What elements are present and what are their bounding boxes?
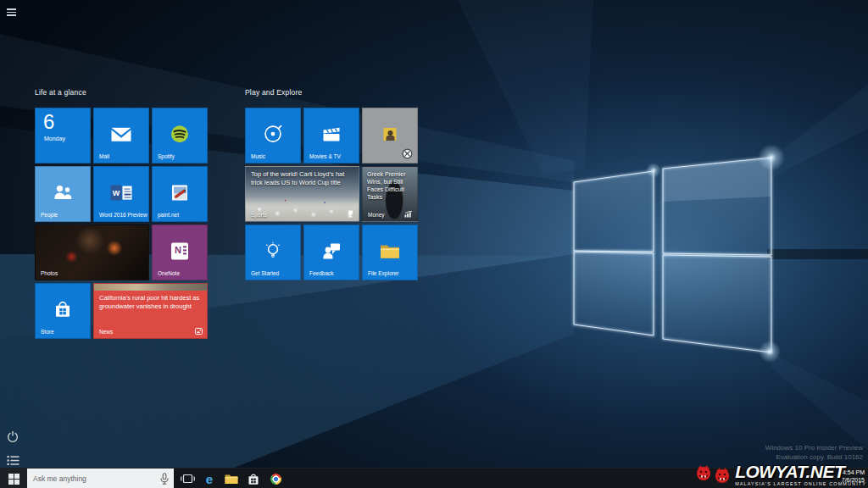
tile-label: paint.net: [158, 212, 179, 218]
money-headline: Greek Premier Wins, but Still Faces Diff…: [367, 170, 415, 201]
taskbar-edge-button[interactable]: e: [198, 469, 220, 488]
tile-movies-tv[interactable]: Movies & TV: [303, 108, 359, 164]
tile-label: Movies & TV: [309, 153, 341, 159]
tile-label: Music: [251, 153, 265, 159]
calendar-day: 6: [43, 110, 54, 134]
sports-headline: Top of the world! Carli Lloyd’s hat tric…: [251, 170, 354, 187]
chart-icon: [404, 211, 413, 218]
xbox-logo-icon: [402, 148, 413, 159]
tile-label: File Explorer: [368, 270, 398, 276]
tile-label: Spotify: [158, 153, 175, 159]
group-label-play: Play and Explore: [245, 88, 302, 97]
paintnet-icon: [172, 186, 187, 201]
start-menu-hamburger-icon[interactable]: [7, 8, 17, 16]
watermark-line2: Evaluation copy. Build 10162: [765, 453, 863, 463]
start-button[interactable]: [0, 469, 27, 488]
spotify-icon: [170, 125, 189, 143]
tile-label: Store: [41, 329, 54, 335]
tile-label: Word 2016 Preview: [99, 212, 147, 218]
power-icon: [7, 430, 19, 443]
power-button[interactable]: [7, 430, 19, 446]
tile-label: OneNote: [158, 270, 180, 276]
lightbulb-icon: [264, 241, 282, 260]
tile-label: News: [99, 329, 113, 335]
cortana-search-box[interactable]: [27, 469, 174, 488]
lowyat-brand-overlay: LOWYAT.NET MALAYSIA'S LARGEST ONLINE COM…: [695, 463, 866, 486]
tile-label: Sports: [251, 212, 267, 218]
news-media-icon: [195, 328, 203, 335]
taskbar-file-explorer-button[interactable]: [220, 469, 242, 488]
tile-calendar[interactable]: 6 Monday: [35, 108, 91, 164]
people-icon: [53, 185, 73, 201]
taskbar-store-button[interactable]: [242, 469, 264, 488]
tile-file-explorer[interactable]: File Explorer: [362, 225, 418, 280]
tile-get-started[interactable]: Get Started: [245, 225, 301, 280]
news-photo-strip: [94, 284, 207, 291]
evaluation-watermark: Windows 10 Pro Insider Preview Evaluatio…: [765, 444, 863, 463]
task-view-button[interactable]: [176, 469, 198, 488]
tile-label: Money: [368, 212, 385, 218]
tile-sports[interactable]: Top of the world! Carli Lloyd’s hat tric…: [245, 166, 359, 222]
brand-tagline: MALAYSIA'S LARGEST ONLINE COMMUNITY: [735, 481, 866, 486]
windows-logo-icon: [8, 474, 19, 485]
tile-label: Get Started: [251, 270, 279, 276]
tile-label: People: [41, 212, 58, 218]
tile-onenote[interactable]: N OneNote: [152, 225, 208, 280]
chrome-icon: [270, 474, 281, 485]
tile-xbox[interactable]: [362, 108, 418, 164]
group-label-life: Life at a glance: [35, 88, 86, 97]
store-icon: [248, 473, 259, 485]
lowyat-devils-icon: [695, 464, 732, 486]
tile-feedback[interactable]: Feedback: [303, 225, 359, 280]
tile-store[interactable]: Store: [35, 283, 91, 339]
folder-icon: [380, 243, 400, 259]
movies-tv-icon: [323, 127, 341, 141]
windows10-start-screen: Life at a glance Play and Explore 6 Mond…: [0, 0, 868, 488]
tile-label: Mail: [99, 153, 109, 159]
taskbar-chrome-button[interactable]: [264, 469, 287, 488]
xbox-avatar: [384, 128, 397, 141]
music-icon: [263, 124, 283, 144]
tile-spotify[interactable]: Spotify: [152, 108, 208, 164]
tile-music[interactable]: Music: [245, 108, 301, 164]
tile-label: Photos: [41, 270, 58, 276]
trophy-icon: [347, 210, 354, 218]
onenote-icon: N: [171, 242, 188, 259]
folder-icon: [225, 474, 238, 485]
all-apps-icon: [7, 455, 19, 466]
watermark-line1: Windows 10 Pro Insider Preview: [765, 444, 863, 453]
brand-name: LOWYAT.NET: [735, 463, 844, 480]
store-icon: [53, 300, 72, 319]
calendar-weekday: Monday: [44, 136, 65, 141]
feedback-icon: [322, 242, 341, 259]
tile-paintnet[interactable]: paint.net: [152, 166, 208, 222]
tile-news[interactable]: California’s rural poor hit hardest as g…: [93, 283, 208, 339]
news-headline: California’s rural poor hit hardest as g…: [99, 294, 203, 311]
tile-mail[interactable]: Mail: [93, 108, 149, 164]
microphone-icon[interactable]: [159, 473, 170, 485]
tile-photos[interactable]: Photos: [35, 225, 149, 280]
tile-word[interactable]: W Word 2016 Preview: [93, 166, 149, 222]
edge-icon: e: [206, 473, 213, 485]
mail-icon: [111, 127, 131, 141]
tile-label: Feedback: [309, 270, 334, 276]
tile-money[interactable]: Greek Premier Wins, but Still Faces Diff…: [362, 166, 418, 222]
tile-people[interactable]: People: [35, 166, 91, 222]
word-icon: W: [111, 186, 132, 201]
search-input[interactable]: [27, 474, 159, 484]
task-view-icon: [181, 474, 195, 484]
